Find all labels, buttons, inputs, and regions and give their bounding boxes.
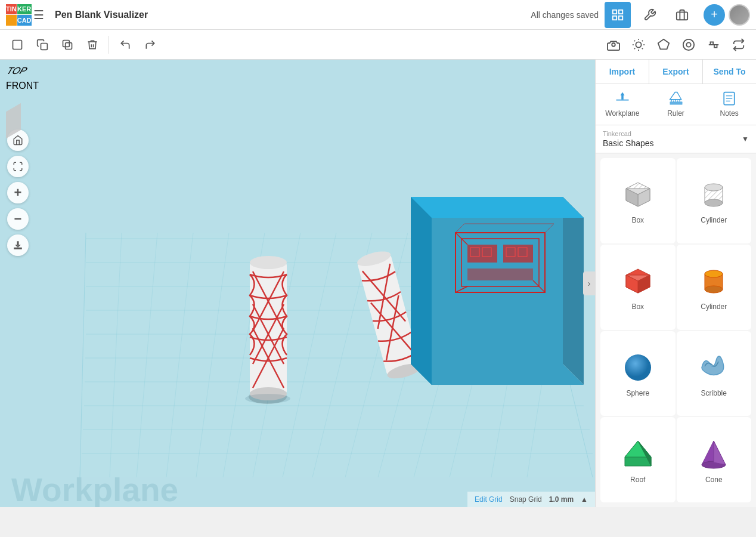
- avatar[interactable]: [729, 4, 750, 26]
- left-panel: + −: [0, 122, 36, 256]
- svg-rect-89: [470, 248, 479, 257]
- cube-front-face[interactable]: FRONT: [6, 81, 42, 107]
- export-button[interactable]: Export: [649, 60, 702, 84]
- svg-rect-64: [357, 254, 420, 375]
- shape-box-gray-label: Box: [631, 216, 644, 224]
- pentagon-tool-button[interactable]: [652, 33, 675, 56]
- snap-grid-label: Snap Grid: [510, 495, 542, 504]
- svg-line-69: [371, 295, 414, 360]
- shape-cylinder-orange[interactable]: Cylinder: [677, 245, 752, 330]
- shape-cylinder-orange-label: Cylinder: [701, 303, 727, 311]
- undo-button[interactable]: [114, 33, 137, 56]
- shape-cone[interactable]: Cone: [677, 417, 752, 502]
- svg-marker-73: [411, 364, 584, 385]
- svg-line-62: [253, 328, 284, 388]
- svg-line-59: [253, 304, 284, 364]
- app-title: Pen Blank Visualizer: [55, 10, 148, 20]
- shape-sphere-blue[interactable]: Sphere: [600, 331, 676, 416]
- svg-line-70: [371, 295, 414, 360]
- pen-blank-1: [249, 256, 287, 404]
- circle-tool-button[interactable]: [677, 33, 700, 56]
- notes-button[interactable]: Notes: [702, 84, 756, 125]
- logo: TIN KER CAD: [6, 4, 27, 26]
- roof-icon: [620, 436, 656, 472]
- svg-line-27: [80, 233, 86, 477]
- svg-point-122: [705, 286, 723, 293]
- redo-button[interactable]: [139, 33, 162, 56]
- shape-cylinder-gray[interactable]: Cylinder: [677, 158, 752, 243]
- svg-marker-76: [432, 218, 584, 385]
- edit-grid-link[interactable]: Edit Grid: [475, 495, 503, 504]
- pen-blank-2: [356, 249, 423, 382]
- hamburger-icon[interactable]: ☰: [33, 8, 44, 22]
- shape-roof[interactable]: Roof: [600, 417, 676, 502]
- svg-line-47: [345, 233, 408, 477]
- svg-marker-96: [620, 92, 624, 95]
- box-gray-icon: [620, 177, 656, 212]
- svg-rect-79: [467, 245, 497, 263]
- svg-rect-81: [467, 268, 533, 280]
- ruler-button[interactable]: Ruler: [649, 84, 703, 125]
- copy-button[interactable]: [31, 33, 54, 56]
- viewport[interactable]: TOP FRONT: [0, 60, 595, 507]
- shapes-dropdown-button[interactable]: ▼: [742, 135, 749, 143]
- svg-line-87: [545, 224, 554, 233]
- cylinder-orange-icon: [696, 263, 732, 299]
- svg-marker-75: [411, 197, 584, 218]
- svg-line-18: [642, 40, 643, 41]
- zoom-out-button[interactable]: −: [7, 208, 29, 230]
- collapse-panel-button[interactable]: ›: [583, 271, 595, 295]
- logo-blank: [6, 15, 17, 26]
- svg-point-66: [386, 361, 422, 381]
- add-user-button[interactable]: +: [704, 4, 725, 26]
- download-button[interactable]: [7, 234, 29, 256]
- svg-line-82: [456, 233, 467, 245]
- svg-point-114: [705, 184, 723, 191]
- blue-box: [411, 197, 584, 385]
- svg-line-39: [110, 233, 122, 477]
- svg-line-14: [642, 48, 643, 48]
- shape-box-red[interactable]: Box: [600, 245, 676, 330]
- delete-button[interactable]: [81, 33, 104, 56]
- svg-line-60: [253, 304, 284, 364]
- box-red-icon: [620, 263, 656, 299]
- duplicate-button[interactable]: [56, 33, 79, 56]
- tools-button[interactable]: [637, 2, 663, 28]
- align-tool-button[interactable]: [702, 33, 725, 56]
- shape-box-gray[interactable]: Box: [600, 158, 676, 243]
- svg-point-121: [705, 270, 723, 277]
- cube-top-face[interactable]: TOP: [2, 66, 46, 81]
- svg-marker-71: [411, 197, 563, 364]
- svg-rect-3: [619, 16, 622, 19]
- svg-point-56: [250, 387, 287, 400]
- scribble-icon: [696, 350, 732, 385]
- notes-button-label: Notes: [720, 109, 739, 118]
- camera-tool-button[interactable]: [602, 33, 625, 56]
- svg-marker-129: [714, 441, 726, 465]
- flip-tool-button[interactable]: [727, 33, 750, 56]
- svg-rect-6: [41, 43, 48, 50]
- svg-line-67: [362, 264, 405, 329]
- new-button[interactable]: [6, 33, 29, 56]
- toolbar-separator: [109, 36, 109, 54]
- cylinder-gray-icon: [696, 177, 732, 212]
- svg-marker-74: [411, 197, 432, 385]
- cube-top-label: TOP: [4, 66, 29, 76]
- svg-line-49: [414, 233, 479, 477]
- svg-rect-5: [13, 40, 22, 49]
- toolbar: [0, 30, 756, 60]
- grid-view-button[interactable]: [605, 2, 631, 28]
- import-button[interactable]: Import: [596, 60, 649, 84]
- logo-ker: KER: [17, 4, 32, 15]
- workplane-button[interactable]: Workplane: [596, 84, 649, 125]
- snap-arrow[interactable]: ▲: [581, 495, 588, 504]
- fit-button[interactable]: [7, 156, 29, 177]
- briefcase-button[interactable]: [669, 2, 695, 28]
- zoom-in-button[interactable]: +: [7, 182, 29, 203]
- shape-scribble[interactable]: Scribble: [677, 331, 752, 416]
- send-to-button[interactable]: Send To: [702, 60, 756, 84]
- light-tool-button[interactable]: [627, 33, 650, 56]
- viewport-status-bar: Edit Grid Snap Grid 1.0 mm ▲: [467, 492, 595, 507]
- svg-line-13: [634, 40, 635, 41]
- view-cube[interactable]: TOP FRONT: [6, 66, 54, 113]
